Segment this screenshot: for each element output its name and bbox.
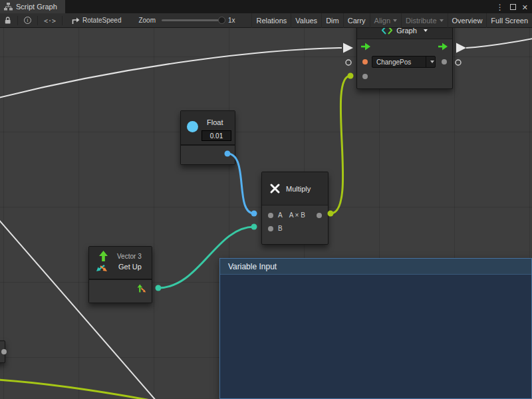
flow-in-arrow-icon[interactable] [361,43,371,51]
value-in-port[interactable] [362,74,368,79]
graph-name-label: RotateSpeed [82,17,121,24]
align-button: Align [370,13,401,28]
overview-button[interactable]: Overview [448,13,487,28]
graph-input-row [357,70,452,83]
angle-brackets-icon [44,17,56,25]
multiply-x-icon [269,183,281,194]
distribute-button: Distribute [401,13,447,28]
toolbar-buttons: Relations Values Dim Carry Align Distrib… [251,13,532,28]
carry-button[interactable]: Carry [343,13,370,28]
output-port[interactable] [317,213,322,218]
values-button[interactable]: Values [291,13,321,28]
graph-value-row: ChangePos [357,54,452,70]
chevron-down-icon [424,29,428,32]
vector3-port-icon[interactable] [137,284,147,294]
vector-type-label: Vector 3 [117,253,142,260]
graph-arrow-icon [71,17,80,25]
float-node[interactable]: Float 0.01 [180,110,235,165]
input-b-port[interactable] [268,226,273,231]
multiply-node-title: Multiply [286,185,311,193]
chevron-down-icon [426,57,435,67]
vector-get-up-node[interactable]: Vector 3 Get Up [88,246,152,303]
float-node-title: Float [207,118,223,126]
graph-unit-node[interactable]: Graph ChangePos [356,21,453,89]
vector-node-header[interactable]: Vector 3 Get Up [89,247,152,279]
tab-title: Script Graph [16,3,57,11]
value-out-port[interactable] [442,59,447,65]
kebab-menu-icon[interactable] [496,1,504,13]
variable-input-title: Variable Input [228,262,277,271]
window-controls [496,0,528,13]
script-graph-icon [4,3,13,11]
vector-diagonal-arrows-icon [95,264,108,273]
float-node-body [181,146,235,164]
zoom-value: 1x [228,17,235,24]
multiply-node[interactable]: Multiply A A × B B [261,172,329,245]
lock-button[interactable] [1,13,14,28]
zoom-slider-handle[interactable] [218,17,225,24]
maximize-icon[interactable] [510,4,516,10]
tab-bar: Script Graph [0,0,532,13]
multiply-node-body: A A × B B [262,205,328,244]
output-label: A × B [289,211,305,219]
offscreen-node[interactable] [0,340,5,363]
graph-breadcrumb[interactable]: RotateSpeed [71,17,121,25]
multiply-row-a: A A × B [262,209,328,221]
lock-icon [4,16,11,25]
vector-up-arrow-icon [98,251,108,262]
graph-toolbar: RotateSpeed Zoom 1x Relations Values Dim… [0,13,532,28]
tab-script-graph[interactable]: Script Graph [0,0,65,13]
changepos-dropdown[interactable]: ChangePos [372,56,436,68]
multiply-node-header[interactable]: Multiply [262,172,328,205]
float-value-field[interactable]: 0.01 [201,130,231,141]
flow-out-arrow-icon[interactable] [438,43,448,51]
variable-input-panel: Variable Input [219,258,532,399]
float-node-header[interactable]: Float 0.01 [181,111,235,144]
zoom-slider[interactable] [162,19,223,21]
chevron-down-icon [393,19,397,22]
dim-button[interactable]: Dim [321,13,343,28]
zoom-label: Zoom [138,17,156,24]
relations-button[interactable]: Relations [251,13,291,28]
navigate-button[interactable] [41,13,59,28]
vector-node-body [89,280,152,303]
vector-node-title: Get Up [118,263,142,271]
info-icon [24,17,31,24]
info-button[interactable] [21,13,34,28]
fullscreen-button[interactable]: Full Screen [486,13,532,28]
input-a-label: A [278,211,283,219]
input-b-label: B [278,225,283,232]
input-a-port[interactable] [268,213,273,218]
variable-input-header[interactable]: Variable Input [220,259,531,275]
graph-flow-row [357,39,452,54]
object-port[interactable] [362,59,368,65]
float-circle-icon [187,121,198,132]
chevron-down-icon [440,19,444,22]
close-icon[interactable] [522,1,528,13]
multiply-row-b: B [262,222,328,235]
changepos-dropdown-value: ChangePos [372,59,426,66]
